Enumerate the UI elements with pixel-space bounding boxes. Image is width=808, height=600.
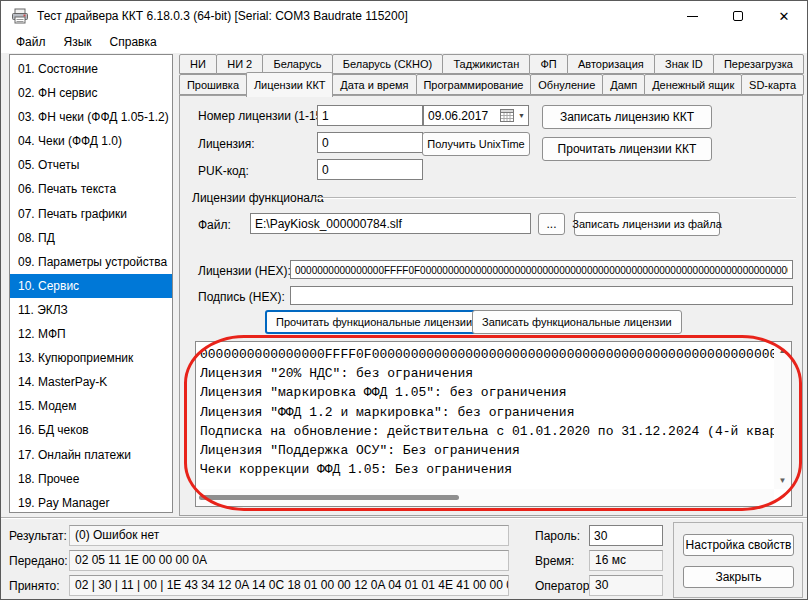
memo-line-0: 0000000000000000FFFF0F000000000000000000…	[200, 345, 774, 364]
sidebar-item-17[interactable]: 18. Прочее	[10, 467, 172, 491]
license-label: Лицензия:	[198, 137, 255, 151]
tab-row2-3[interactable]: Программирование	[416, 74, 532, 95]
tab-row2-6[interactable]: Денежный ящик	[644, 74, 742, 95]
tab-strip: НИНИ 2БеларусьБеларусь (СКНО)Таджикистан…	[179, 54, 803, 95]
menu-bar: ФайлЯзыкСправка	[1, 31, 807, 53]
operator-field: 30	[589, 575, 663, 596]
puk-input[interactable]	[317, 159, 423, 180]
scrollbar-thumb[interactable]	[199, 495, 459, 500]
menu-item-2[interactable]: Справка	[101, 32, 166, 52]
date-value: 09.06.2017	[428, 109, 500, 123]
sidebar-item-0[interactable]: 01. Состояние	[10, 57, 172, 81]
scroll-up-icon[interactable]: ▲	[774, 342, 791, 359]
memo-line-2: Лицензия "маркировка ФФД 1.05": без огра…	[200, 383, 774, 402]
tab-row2-5[interactable]: Дамп	[602, 74, 645, 95]
result-label: Результат:	[9, 529, 67, 543]
menu-item-0[interactable]: Файл	[7, 32, 55, 52]
sidebar-item-14[interactable]: 15. Модем	[10, 394, 172, 418]
licenses-hex-input[interactable]	[290, 260, 793, 279]
tab-row1-8[interactable]: Перезагрузка	[713, 54, 804, 74]
license-number-input[interactable]	[317, 105, 423, 126]
puk-label: PUK-код:	[198, 164, 249, 178]
tab-row2-7[interactable]: SD-карта	[741, 74, 804, 95]
tab-row1-2[interactable]: Беларусь	[262, 54, 332, 74]
sidebar-item-12[interactable]: 13. Купюроприемник	[10, 346, 172, 370]
sidebar-item-4[interactable]: 05. Отчеты	[10, 153, 172, 177]
license-input[interactable]	[317, 132, 423, 153]
read-licenses-button[interactable]: Прочитать лицензии ККТ	[542, 137, 712, 161]
app-window: Тест драйвера ККТ 6.18.0.3 (64-bit) [Ser…	[0, 0, 808, 600]
read-functional-licenses-button[interactable]: Прочитать функциональные лицензии	[265, 310, 483, 334]
minimize-icon	[687, 16, 698, 17]
tab-row1-4[interactable]: Таджикистан	[442, 54, 530, 74]
memo-line-4: Подписка на обновление: действительна с …	[200, 422, 774, 441]
sidebar-item-1[interactable]: 02. ФН сервис	[10, 81, 172, 105]
received-field: 02 | 30 | 11 | 00 | 1E 43 34 12 0A 14 0C…	[69, 575, 509, 596]
write-licenses-from-file-button[interactable]: Записать лицензии из файла	[574, 212, 720, 236]
file-path-input[interactable]	[250, 213, 531, 234]
dropdown-arrow-icon: ▼	[517, 112, 528, 119]
result-field: (0) Ошибок нет	[69, 525, 509, 546]
sidebar-item-15[interactable]: 16. БД чеков	[10, 418, 172, 442]
vertical-scrollbar[interactable]: ▲ ▼	[774, 342, 791, 489]
functional-group-label: Лицензии функционала	[192, 191, 324, 205]
horizontal-scrollbar[interactable]	[196, 489, 774, 506]
write-functional-licenses-button[interactable]: Записать функциональные лицензии	[472, 310, 682, 334]
received-label: Принято:	[9, 579, 60, 593]
tab-row2-0[interactable]: Прошивка	[179, 74, 247, 95]
tab-row2-4[interactable]: Обнуление	[530, 74, 603, 95]
tab-row1-5[interactable]: ФП	[529, 54, 568, 74]
browse-file-button[interactable]: ...	[538, 213, 565, 235]
tab-row1-7[interactable]: Знак ID	[654, 54, 714, 74]
license-output-memo[interactable]: 0000000000000000FFFF0F000000000000000000…	[195, 341, 792, 507]
password-input[interactable]	[589, 525, 663, 546]
status-divider	[1, 517, 808, 519]
tab-row1-6[interactable]: Авторизация	[567, 54, 655, 74]
memo-text: 0000000000000000FFFF0F000000000000000000…	[200, 345, 774, 489]
sidebar-item-2[interactable]: 03. ФН чеки (ФФД 1.05-1.2)	[10, 105, 172, 129]
window-controls: ✕	[669, 1, 807, 31]
tab-row1-3[interactable]: Беларусь (СКНО)	[332, 54, 444, 74]
menu-item-1[interactable]: Язык	[55, 32, 101, 52]
sidebar-item-5[interactable]: 06. Печать текста	[10, 177, 172, 201]
memo-line-5: Лицензия "Поддержка ОСУ": Без ограничени…	[200, 441, 774, 460]
get-unixtime-button[interactable]: Получить UnixTime	[422, 132, 530, 156]
sidebar-item-9[interactable]: 10. Сервис	[10, 274, 172, 298]
title-bar: Тест драйвера ККТ 6.18.0.3 (64-bit) [Ser…	[1, 1, 807, 31]
sidebar-item-7[interactable]: 08. ПД	[10, 226, 172, 250]
memo-line-6: Чеки коррекции ФФД 1.05: Без ограничения	[200, 460, 774, 479]
properties-button[interactable]: Настройка свойств	[683, 534, 794, 556]
signature-hex-input[interactable]	[290, 286, 793, 305]
sidebar-list: 01. Состояние02. ФН сервис03. ФН чеки (Ф…	[9, 54, 173, 513]
tab-row1-1[interactable]: НИ 2	[216, 54, 263, 74]
sent-label: Передано:	[9, 554, 68, 568]
maximize-button[interactable]	[715, 1, 761, 31]
group-divider	[316, 197, 796, 199]
close-app-button[interactable]: Закрыть	[683, 566, 794, 588]
tab-page-licenses: Номер лицензии (1-15) 09.06.2017 ▼ Запис…	[179, 95, 803, 516]
sidebar-item-8[interactable]: 09. Параметры устройства	[10, 250, 172, 274]
tab-row-2: ПрошивкаЛицензии ККТДата и времяПрограмм…	[179, 74, 803, 95]
close-button[interactable]: ✕	[761, 1, 807, 31]
tab-row2-1[interactable]: Лицензии ККТ	[246, 72, 333, 97]
tab-row2-2[interactable]: Дата и время	[332, 74, 416, 95]
time-label: Время:	[535, 554, 574, 568]
sidebar-item-18[interactable]: 19. Pay Manager	[10, 491, 172, 513]
file-label: Файл:	[198, 218, 231, 232]
time-field: 16 мс	[589, 550, 663, 571]
minimize-button[interactable]	[669, 1, 715, 31]
sidebar-item-11[interactable]: 12. МФП	[10, 322, 172, 346]
tab-row1-0[interactable]: НИ	[179, 54, 217, 74]
sidebar-item-10[interactable]: 11. ЭКЛЗ	[10, 298, 172, 322]
date-picker[interactable]: 09.06.2017 ▼	[423, 105, 529, 126]
scroll-down-icon[interactable]: ▼	[774, 472, 791, 489]
licenses-hex-label: Лицензии (HEX):	[198, 264, 291, 278]
close-icon: ✕	[779, 9, 790, 24]
write-license-button[interactable]: Записать лицензию ККТ	[542, 105, 712, 129]
printer-app-icon	[11, 8, 29, 24]
license-number-label: Номер лицензии (1-15)	[198, 109, 326, 123]
sidebar-item-16[interactable]: 17. Онлайн платежи	[10, 443, 172, 467]
sidebar-item-3[interactable]: 04. Чеки (ФФД 1.0)	[10, 129, 172, 153]
sidebar-item-13[interactable]: 14. MasterPay-K	[10, 370, 172, 394]
sidebar-item-6[interactable]: 07. Печать графики	[10, 202, 172, 226]
